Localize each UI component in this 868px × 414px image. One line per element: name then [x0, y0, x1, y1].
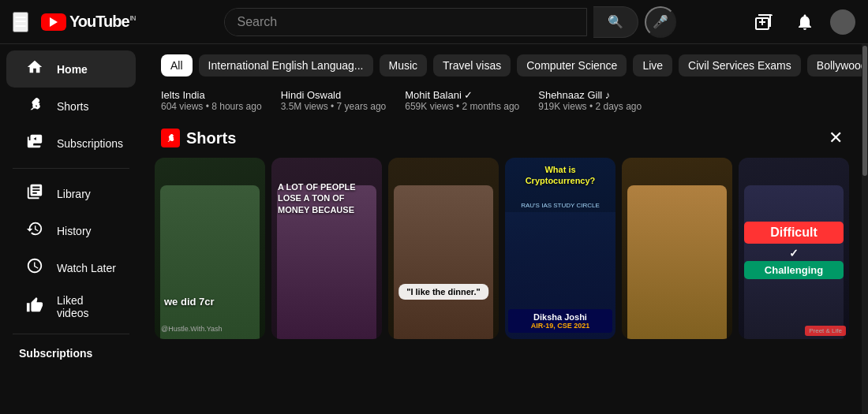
filter-chip-music[interactable]: Music [380, 54, 428, 76]
sidebar-item-subscriptions-label: Subscriptions [57, 137, 123, 150]
filter-chip-cs[interactable]: Computer Science [517, 54, 627, 76]
notifications-button[interactable] [789, 6, 821, 38]
search-button[interactable]: 🔍 [593, 6, 638, 38]
header-left: ☰ YouTubeIN [13, 12, 155, 32]
filter-chip-civil[interactable]: Civil Services Exams [679, 54, 801, 76]
short-card-3[interactable]: "I like the dinner." [388, 158, 499, 339]
video-meta-3: Shehnaaz Gill ♪ 919K views • 2 days ago [538, 89, 642, 112]
sidebar-item-history-label: History [57, 225, 92, 237]
filter-chip-bollywood[interactable]: Bollywood Music [807, 54, 862, 76]
library-icon [25, 183, 44, 204]
sidebar-item-liked-videos-label: Liked videos [57, 294, 117, 319]
short-card-1[interactable]: we did 7cr @Hustle.With.Yash [155, 158, 265, 339]
video-meta-1: Hindi Oswald 3.5M views • 7 years ago [281, 89, 387, 112]
scrollbar-thumb[interactable] [862, 46, 867, 175]
avatar[interactable] [830, 9, 855, 35]
logo[interactable]: YouTubeIN [41, 13, 136, 31]
history-icon [25, 220, 44, 241]
filter-chip-live[interactable]: Live [633, 54, 672, 76]
video-meta-2: Mohit Balani ✓ 659K views • 2 months ago [405, 89, 519, 112]
header: ☰ YouTubeIN 🔍 🎤 [0, 0, 868, 44]
shorts-title: Shorts [161, 129, 236, 147]
sidebar-item-library[interactable]: Library [6, 175, 136, 212]
shorts-grid: we did 7cr @Hustle.With.Yash A LOT OF PE… [155, 158, 849, 339]
sidebar-item-home[interactable]: Home [6, 50, 136, 88]
logo-text: YouTubeIN [69, 13, 136, 31]
main-content: All International English Languag... Mus… [142, 44, 862, 414]
shorts-close-button[interactable]: ✕ [829, 128, 843, 148]
scrollbar-track[interactable] [862, 44, 868, 414]
video-meta-0: Ielts India 604 views • 8 hours ago [161, 89, 262, 112]
search-input[interactable] [225, 9, 586, 35]
filter-bar: All International English Languag... Mus… [142, 44, 862, 86]
create-button[interactable] [748, 6, 780, 38]
watch-later-icon [25, 257, 44, 278]
short-card-4[interactable]: What isCryptocurrency? RAU'S IAS STUDY C… [505, 158, 615, 339]
sidebar-item-shorts-label: Shorts [57, 100, 88, 113]
search-bar [224, 8, 587, 36]
body: Home Shorts Subscriptions Library Histo [0, 44, 868, 414]
sidebar-item-liked-videos[interactable]: Liked videos [6, 286, 136, 327]
video-meta-bar: Ielts India 604 views • 8 hours ago Hind… [142, 86, 862, 121]
sidebar-item-watch-later-label: Watch Later [57, 262, 116, 274]
short-card-2[interactable]: A LOT OF PEOPLE LOSE A TON OF MONEY BECA… [271, 158, 382, 339]
home-icon [25, 58, 44, 80]
filter-chip-all[interactable]: All [161, 54, 193, 76]
filter-chip-travel[interactable]: Travel visas [433, 54, 511, 76]
header-right [745, 6, 855, 38]
filter-chip-ielts[interactable]: International English Languag... [199, 54, 373, 76]
short-card-6[interactable]: Difficult ✓ Challenging Preet & Life [739, 158, 849, 339]
shorts-nav-icon [25, 95, 44, 117]
sidebar-item-subscriptions[interactable]: Subscriptions [6, 125, 136, 162]
short-card-5[interactable] [622, 158, 732, 339]
sidebar-item-library-label: Library [57, 188, 91, 200]
shorts-header: Shorts ✕ [155, 121, 849, 158]
liked-videos-icon [25, 297, 44, 318]
sidebar-item-home-label: Home [57, 63, 88, 76]
sidebar-item-shorts[interactable]: Shorts [6, 88, 136, 125]
hamburger-icon[interactable]: ☰ [13, 12, 28, 32]
sidebar-subscriptions-title: Subscriptions [0, 341, 142, 366]
header-center: 🔍 🎤 [167, 6, 732, 38]
shorts-section: Shorts ✕ we did 7cr @Hustle.With.Yash A … [142, 121, 862, 352]
sidebar: Home Shorts Subscriptions Library Histo [0, 44, 142, 414]
sidebar-item-watch-later[interactable]: Watch Later [6, 249, 136, 286]
shorts-section-icon [161, 129, 180, 147]
sidebar-item-history[interactable]: History [6, 212, 136, 249]
youtube-icon [41, 13, 66, 31]
mic-button[interactable]: 🎤 [645, 6, 676, 38]
subscriptions-icon [25, 132, 44, 154]
